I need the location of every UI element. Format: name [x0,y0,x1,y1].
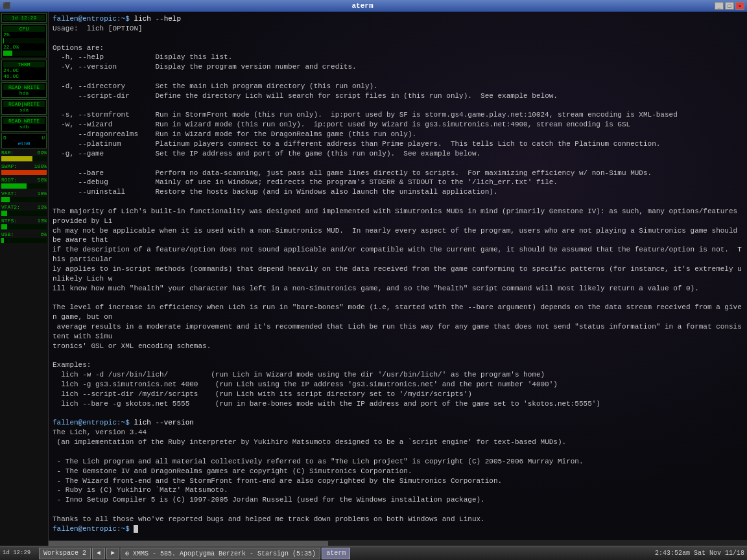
prev-arrow-icon: ◄ [97,550,101,557]
datetime-display: 2:43:52am Sat Nov 11/18 [655,550,744,557]
ntfs-monitor: NTFS: 13% [1,218,47,230]
vfat-bar-fill [1,197,10,202]
xmms-taskbar-item[interactable]: ⊕ XMMS - 585. Apoptygma Berzerk - Starsi… [121,548,320,559]
disk-sdb-name: sdb [3,124,45,130]
ram-bar-fill [1,156,32,161]
disk-sda-name: sda [3,107,45,113]
vfat2-monitor: VFAT2: 13% [1,204,47,216]
swap-label: SWAP: [1,163,17,169]
taskbar: 1d 12:29 Workspace 2 ◄ ► ⊕ XMMS - 585. A… [0,546,747,560]
next-arrow-icon: ► [111,550,115,557]
ntfs-label: NTFS: [1,218,17,224]
disk-sdb-title: READ WRITE [3,118,45,124]
ntfs-val: 13% [38,218,47,224]
net-ul-label: U [42,135,45,141]
disk-hda: READ WRITE hda [1,82,47,98]
workspace-text: Workspace 2 [43,550,86,557]
vfat2-bar [1,211,47,216]
prompt-1: fallen@entropic:~$ [53,15,130,23]
terminal[interactable]: fallen@entropic:~$ lich --help Usage: li… [49,12,747,554]
maximize-button[interactable]: □ [725,2,734,10]
cpu-pct1: 2% [3,32,10,38]
clock-section: 1d 12:29 [1,13,47,23]
vfat2-val: 13% [38,204,47,210]
titlebar: ⬛ aterm _ □ × [0,0,747,12]
cpu-bar2-fill [3,51,12,56]
disk-hda-name: hda [3,90,45,96]
xmms-label: ⊕ XMMS - 585. Apoptygma Berzerk - Starsi… [125,550,316,557]
disk-hda-title: READ WRITE [3,84,45,90]
aterm-label: aterm [326,550,346,557]
clock-value: 1d 12:29 [3,15,45,21]
minimize-button[interactable]: _ [715,2,724,10]
swap-bar [1,170,47,175]
cursor [134,525,138,533]
root-val: 56% [38,177,47,183]
ram-monitor: RAM: 69% [1,150,47,162]
ram-label: RAM: [1,150,14,156]
ntfs-bar-fill [1,224,7,229]
usb-val: 6% [40,231,47,237]
main-layout: 1d 12:29 CPU 2% 22.0% THRM 24.0C 46.0C [0,12,747,554]
usb-bar [1,238,47,243]
vfat2-bar-fill [1,211,7,216]
terminal-scrollbar[interactable] [49,541,747,546]
close-button[interactable]: × [735,2,744,10]
taskbar-clock: 1d 12:29 [3,550,30,557]
root-monitor: ROOT: 56% [1,177,47,189]
net-dl-label: D [3,135,6,141]
cpu-title: CPU [3,26,45,32]
system-monitor-sidebar: 1d 12:29 CPU 2% 22.0% THRM 24.0C 46.0C [0,12,49,554]
titlebar-controls: _ □ × [715,2,744,10]
net-monitor: D U eth0 [1,133,47,148]
vfat-label: VFAT: [1,191,17,196]
root-label: ROOT: [1,177,17,183]
usb-monitor: USB: 6% [1,231,47,244]
gpu-value: 46.0C [3,73,45,79]
cpu-pct2: 22.0% [3,44,19,50]
cpu-bar1 [3,38,45,43]
thrm-value: 24.0C [3,67,45,73]
workspace-prev-button[interactable]: ◄ [92,548,105,559]
vfat-val: 18% [38,191,47,196]
workspace-label[interactable]: Workspace 2 [39,548,91,559]
vfat2-label: VFAT2: [1,204,20,210]
terminal-output: fallen@entropic:~$ lich --help Usage: li… [53,14,743,534]
taskbar-datetime: 2:43:52am Sat Nov 11/18 [655,550,747,557]
disk-sdb: READ WRITE sdb [1,116,47,132]
taskbar-items: Workspace 2 ◄ ► ⊕ XMMS - 585. Apoptygma … [39,548,350,559]
thrm-title: THRM [3,62,45,67]
aterm-taskbar-item[interactable]: aterm [322,548,350,559]
disk-sda: READ|WRITE sda [1,99,47,115]
cpu-bar1-fill [3,38,4,43]
ram-bar [1,156,47,161]
vfat-monitor: VFAT: 18% [1,191,47,203]
ntfs-bar [1,224,47,229]
clock-display: 1d 12:29 [3,550,30,557]
thrm-monitor: THRM 24.0C 46.0C [1,60,47,81]
swap-val: 100% [34,163,47,169]
scrollbar-thumb[interactable] [49,541,328,546]
net-interface: eth0 [3,141,45,146]
swap-bar-fill [1,170,47,175]
ram-val: 69% [38,150,47,156]
prompt-2: fallen@entropic:~$ [53,419,130,426]
cpu-bar2 [3,51,45,56]
vfat-bar [1,197,47,202]
usb-label: USB: [1,231,14,237]
root-bar-fill [1,183,27,189]
prompt-3: fallen@entropic:~$ [53,525,134,533]
titlebar-title: aterm [10,2,715,10]
workspace-next-button[interactable]: ► [106,548,119,559]
cpu-monitor: CPU 2% 22.0% [1,24,47,58]
usb-bar-fill [1,238,4,243]
root-bar [1,183,47,189]
disk-sda-title: READ|WRITE [3,101,45,107]
swap-monitor: SWAP: 100% [1,163,47,176]
titlebar-icon: ⬛ [3,2,10,10]
